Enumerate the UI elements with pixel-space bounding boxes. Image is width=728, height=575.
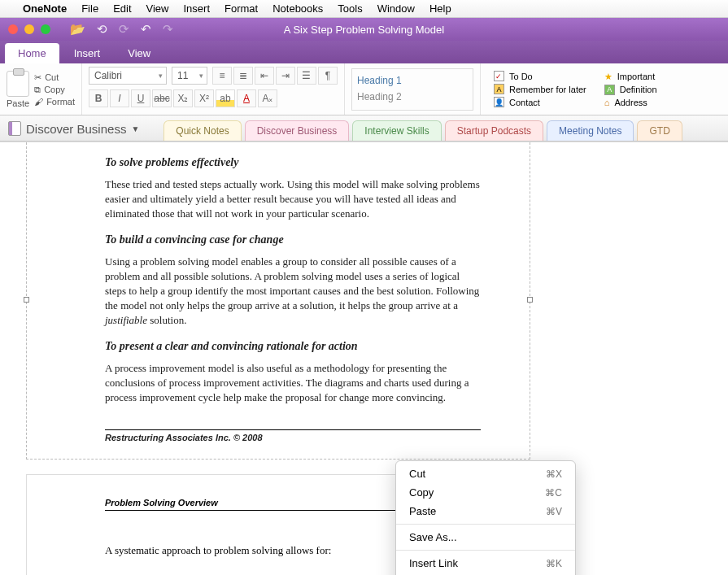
menu-tools[interactable]: Tools [338, 2, 362, 15]
menu-help[interactable]: Help [429, 2, 451, 15]
notebook-section-bar: Discover Business ▼ Quick Notes Discover… [0, 115, 728, 142]
ribbon-tabs: Home Insert View [0, 41, 728, 63]
size-select[interactable]: 11 [172, 67, 207, 85]
back-icon[interactable]: ⟲ [97, 22, 107, 37]
styles-gallery[interactable]: Heading 1 Heading 2 [351, 68, 473, 111]
section-meeting-notes[interactable]: Meeting Notes [547, 120, 634, 141]
menu-file[interactable]: File [81, 2, 98, 15]
subscript-icon[interactable]: X₂ [173, 89, 193, 107]
cut-button[interactable]: ✂ Cut [34, 72, 75, 83]
footer-text: Restructuring Associates Inc. © 2008 [105, 429, 481, 442]
body-text: Using a problem solving model enables a … [105, 255, 481, 329]
tab-view[interactable]: View [115, 43, 163, 63]
clear-format-icon[interactable]: Aₓ [258, 89, 277, 107]
section-quick-notes[interactable]: Quick Notes [163, 120, 241, 141]
copy-button[interactable]: ⧉ Copy [34, 85, 75, 95]
app-name[interactable]: OneNote [23, 2, 67, 15]
close-window[interactable] [8, 24, 18, 34]
context-menu: Cut⌘XCopy⌘CPaste⌘VSave As...Insert Link⌘… [395, 460, 576, 575]
tag-todo[interactable]: ✓To Do [494, 71, 586, 81]
traffic-lights [0, 24, 59, 34]
bold-icon[interactable]: B [89, 89, 108, 107]
menu-notebooks[interactable]: Notebooks [272, 2, 323, 15]
numbering-icon[interactable]: ≣ [233, 67, 253, 85]
redo-icon[interactable]: ↷ [163, 22, 173, 37]
tag-definition[interactable]: ADefinition [604, 85, 657, 95]
tab-home[interactable]: Home [5, 43, 59, 63]
bullets-icon[interactable]: ≡ [212, 67, 232, 85]
forward-icon[interactable]: ⟳ [119, 22, 129, 37]
notebook-icon [8, 121, 21, 136]
indent-icon[interactable]: ⇥ [276, 67, 295, 85]
open-icon[interactable]: 📂 [70, 22, 85, 37]
heading: To present a clear and convincing ration… [105, 340, 481, 353]
zoom-window[interactable] [41, 24, 50, 34]
strike-icon[interactable]: abc [152, 89, 172, 107]
resize-handle-right[interactable] [527, 297, 533, 303]
highlight-icon[interactable]: ab [216, 89, 235, 107]
clipboard-icon [7, 71, 29, 97]
body-text: These tried and tested steps actually wo… [105, 177, 481, 222]
menu-window[interactable]: Window [377, 2, 415, 15]
tag-important[interactable]: ★Important [604, 72, 657, 82]
resize-handle-left[interactable] [24, 297, 29, 303]
ctx-cut[interactable]: Cut⌘X [396, 464, 575, 483]
ctx-insert-link[interactable]: Insert Link⌘K [396, 554, 575, 573]
notebook-picker[interactable]: Discover Business ▼ [5, 121, 146, 141]
section-gtd[interactable]: GTD [637, 120, 682, 141]
ribbon: Paste ✂ Cut ⧉ Copy 🖌 Format Calibri 11 ≡… [0, 63, 728, 115]
paragraph-icon[interactable]: ¶ [318, 67, 338, 85]
menu-format[interactable]: Format [225, 2, 258, 15]
tab-insert[interactable]: Insert [61, 43, 114, 63]
heading: To solve problems effectively [105, 156, 481, 169]
align-icon[interactable]: ☰ [297, 67, 316, 85]
menu-view[interactable]: View [146, 2, 169, 15]
heading: To build a convincing case for change [105, 233, 481, 246]
tag-address[interactable]: ⌂Address [604, 98, 657, 107]
selected-picture[interactable]: To solve problems effectively These trie… [26, 142, 530, 460]
tag-remember[interactable]: ARemember for later [494, 84, 586, 94]
paste-button[interactable]: Paste [7, 71, 29, 108]
format-painter-button[interactable]: 🖌 Format [34, 97, 75, 107]
section-interview-skills[interactable]: Interview Skills [352, 120, 441, 141]
undo-icon[interactable]: ↶ [141, 22, 151, 37]
font-color-icon[interactable]: A [237, 89, 256, 107]
menu-insert[interactable]: Insert [183, 2, 210, 15]
italic-icon[interactable]: I [110, 89, 129, 107]
outdent-icon[interactable]: ⇤ [255, 67, 274, 85]
font-select[interactable]: Calibri [89, 67, 167, 85]
window-titlebar: 📂 ⟲ ⟳ ↶ ↷ A Six Step Problem Solving Mod… [0, 18, 728, 41]
menu-edit[interactable]: Edit [113, 2, 131, 15]
section-discover-business[interactable]: Discover Business [245, 120, 350, 141]
ctx-copy[interactable]: Copy⌘C [396, 483, 575, 502]
body-text: A process improvement model is also usef… [105, 361, 481, 406]
underline-icon[interactable]: U [131, 89, 150, 107]
tag-contact[interactable]: 👤Contact [494, 97, 586, 107]
ctx-paste[interactable]: Paste⌘V [396, 502, 575, 521]
section-startup-podcasts[interactable]: Startup Podcasts [445, 120, 543, 141]
ctx-save-as-[interactable]: Save As... [396, 528, 575, 547]
macos-menubar: OneNote File Edit View Insert Format Not… [0, 0, 728, 18]
page-canvas[interactable]: To solve problems effectively These trie… [0, 142, 728, 575]
minimize-window[interactable] [24, 24, 34, 34]
superscript-icon[interactable]: X² [194, 89, 214, 107]
